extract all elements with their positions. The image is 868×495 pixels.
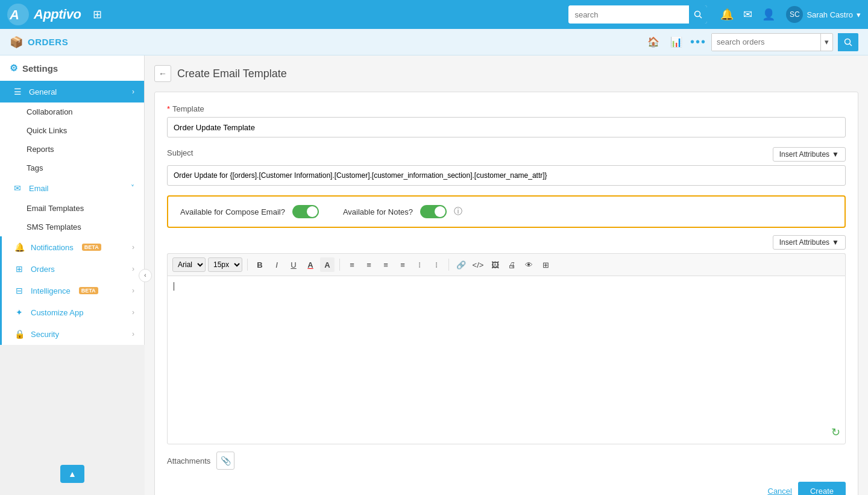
messages-icon[interactable]: ✉: [743, 8, 752, 21]
search-orders-button[interactable]: [838, 33, 858, 51]
ordered-list-button[interactable]: ⁝: [429, 257, 444, 272]
sidebar-collapse-button[interactable]: ‹: [139, 269, 152, 282]
template-input[interactable]: [167, 117, 846, 137]
sidebar-item-general-label: General: [29, 87, 57, 96]
email-icon: ✉: [12, 183, 23, 193]
highlight-button[interactable]: A: [320, 257, 335, 272]
notification-bell-icon[interactable]: 🔔: [720, 8, 734, 21]
compose-email-toggle-group: Available for Compose Email?: [180, 205, 319, 218]
sidebar-item-security[interactable]: 🔒 Security ›: [0, 323, 144, 345]
required-indicator: *: [167, 104, 170, 113]
form-footer: Cancel Create: [167, 482, 846, 495]
align-justify-button[interactable]: ≡: [395, 257, 410, 272]
content-area: ← Create Email Template * Template Subje…: [145, 55, 868, 495]
search-orders-input[interactable]: [712, 34, 820, 51]
create-button[interactable]: Create: [798, 482, 846, 495]
insert-attributes-subject-button[interactable]: Insert Attributes ▼: [773, 147, 846, 162]
attachments-row: Attachments 📎: [167, 452, 846, 470]
grid-icon[interactable]: ⊞: [93, 8, 102, 21]
sidebar-settings-header: ⚙ Settings: [0, 55, 144, 81]
insert-attributes-body-button[interactable]: Insert Attributes ▼: [773, 235, 846, 250]
sidebar-item-general[interactable]: ☰ General ›: [0, 81, 144, 102]
global-search: [568, 5, 707, 24]
home-icon[interactable]: 🏠: [644, 33, 662, 51]
unordered-list-button[interactable]: ⁝: [412, 257, 427, 272]
sidebar-item-intelligence[interactable]: ⊟ Intelligence BETA ›: [0, 280, 144, 301]
attachment-button[interactable]: 📎: [216, 452, 234, 470]
sidebar-item-customize-app[interactable]: ✦ Customize App ›: [0, 301, 144, 323]
chevron-down-icon: ▾: [857, 10, 861, 19]
customize-arrow-icon: ›: [132, 308, 134, 317]
bold-button[interactable]: B: [253, 257, 267, 272]
avatar: SC: [786, 6, 803, 23]
sidebar-item-sms-templates[interactable]: SMS Templates: [0, 218, 144, 236]
image-button[interactable]: 🖼: [488, 257, 502, 272]
insert-attrs-subject-label: Insert Attributes: [779, 150, 829, 159]
sidebar-item-orders[interactable]: ⊞ Orders ›: [0, 258, 144, 280]
cancel-button[interactable]: Cancel: [768, 482, 792, 495]
sidebar-item-reports[interactable]: Reports: [0, 140, 144, 159]
notes-info-icon[interactable]: ⓘ: [454, 206, 462, 217]
editor-section: Insert Attributes ▼ Arial 15px B I U A: [167, 235, 846, 444]
svg-line-3: [700, 16, 702, 19]
orders-module-icon: 📦: [10, 36, 23, 49]
notes-toggle[interactable]: [420, 205, 447, 218]
sidebar-item-notifications-left: 🔔 Notifications BETA: [14, 242, 101, 252]
global-search-button[interactable]: [689, 5, 707, 24]
subheader-actions: 🏠 📊 ••• ▾: [644, 33, 858, 51]
user-menu[interactable]: SC Sarah Castro ▾: [786, 6, 861, 23]
paperclip-icon: 📎: [221, 456, 231, 465]
editor-refresh-icon[interactable]: ↻: [831, 426, 840, 439]
insert-attrs-subject-arrow-icon: ▼: [832, 150, 839, 159]
align-left-button[interactable]: ≡: [345, 257, 359, 272]
more-options-icon[interactable]: •••: [690, 35, 706, 49]
sidebar-item-security-label: Security: [31, 330, 59, 339]
font-family-select[interactable]: Arial: [172, 257, 206, 272]
back-button[interactable]: ←: [154, 65, 171, 82]
italic-button[interactable]: I: [269, 257, 284, 272]
search-dropdown-arrow[interactable]: ▾: [820, 34, 832, 51]
sidebar-item-email-templates[interactable]: Email Templates: [0, 199, 144, 218]
search-icon: [844, 38, 852, 46]
page-title: Create Email Template: [177, 68, 287, 80]
compose-email-toggle[interactable]: [292, 205, 319, 218]
module-subheader: 📦 ORDERS 🏠 📊 ••• ▾: [0, 29, 868, 55]
sidebar-item-tags[interactable]: Tags: [0, 159, 144, 177]
sidebar-item-quick-links[interactable]: Quick Links: [0, 121, 144, 140]
link-button[interactable]: 🔗: [454, 257, 468, 272]
general-icon: ☰: [12, 87, 23, 96]
subject-input[interactable]: [167, 165, 846, 186]
intelligence-arrow-icon: ›: [132, 286, 134, 295]
global-search-input[interactable]: [568, 5, 689, 24]
security-icon: 🔒: [14, 329, 25, 339]
email-body-editor[interactable]: ↻: [167, 276, 846, 444]
notes-label: Available for Notes?: [343, 207, 413, 216]
table-button[interactable]: ⊞: [538, 257, 553, 272]
font-size-select[interactable]: 15px: [208, 257, 242, 272]
back-arrow-icon: ←: [159, 69, 167, 78]
sidebar-item-email-left: ✉ Email: [12, 183, 49, 193]
underline-button[interactable]: U: [286, 257, 301, 272]
align-center-button[interactable]: ≡: [362, 257, 376, 272]
editor-cursor: [174, 282, 174, 291]
sidebar-item-notifications[interactable]: 🔔 Notifications BETA ›: [0, 236, 144, 258]
template-label: * Template: [167, 104, 846, 113]
user-name: Sarah Castro: [807, 10, 853, 19]
chart-icon[interactable]: 📊: [667, 33, 685, 51]
editor-toolbar: Arial 15px B I U A A ≡ ≡ ≡ ≡ ⁝: [167, 253, 846, 276]
print-button[interactable]: 🖨: [505, 257, 519, 272]
scroll-up-button[interactable]: ▲: [60, 465, 84, 483]
sidebar-item-orders-label: Orders: [31, 265, 55, 274]
font-color-button[interactable]: A: [303, 257, 318, 272]
preview-button[interactable]: 👁: [521, 257, 536, 272]
sidebar-item-email[interactable]: ✉ Email ˅: [0, 177, 144, 199]
search-orders-wrap: ▾: [711, 33, 833, 51]
sidebar-item-intelligence-label: Intelligence: [31, 286, 71, 295]
contacts-icon[interactable]: 👤: [762, 8, 775, 21]
align-right-button[interactable]: ≡: [379, 257, 393, 272]
code-button[interactable]: </>: [471, 257, 485, 272]
toolbar-separator-1: [247, 259, 248, 271]
sidebar-item-collaboration[interactable]: Collaboration: [0, 102, 144, 121]
toolbar-separator-3: [448, 259, 449, 271]
subject-group: Subject Insert Attributes ▼: [167, 147, 846, 186]
